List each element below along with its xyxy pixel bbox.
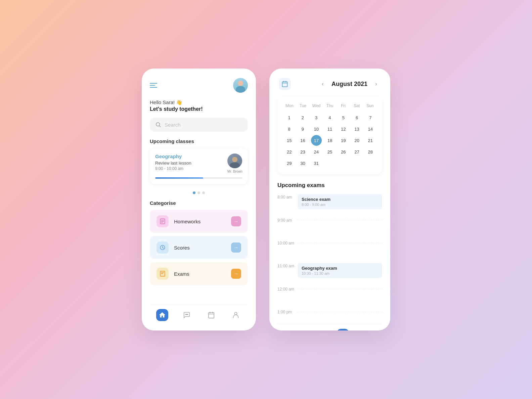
greeting-text: Hello Sara! 👋: [150, 99, 248, 105]
cal-day-11[interactable]: 11: [324, 124, 335, 134]
cal-day-18[interactable]: 18: [324, 135, 335, 146]
cal-day-24[interactable]: 24: [311, 146, 322, 157]
category-left-homeworks: Homeworks: [157, 215, 201, 227]
search-placeholder: Search: [165, 122, 181, 128]
nav2-profile[interactable]: [363, 329, 375, 330]
scores-icon: [157, 241, 169, 254]
month-title: August 2021: [331, 81, 367, 88]
cal-day-1[interactable]: 1: [284, 112, 295, 123]
science-exam-event[interactable]: Science exam 8:00 - 9:00 am: [298, 194, 382, 209]
svg-rect-18: [282, 82, 287, 87]
line-10am: [298, 243, 382, 243]
scores-arrow[interactable]: →: [231, 242, 241, 253]
cal-day-empty: [338, 158, 349, 169]
cal-day-16[interactable]: 16: [297, 135, 308, 146]
class-card[interactable]: Geography Review last lesson 9:00 - 10:0…: [150, 148, 248, 184]
exams-icon: [157, 268, 169, 280]
day-fri: Fri: [337, 102, 350, 109]
category-left-scores: Scores: [157, 241, 190, 254]
homeworks-label: Homeworks: [174, 219, 201, 224]
nav2-home[interactable]: [284, 329, 297, 330]
cal-day-2[interactable]: 2: [297, 112, 308, 123]
cal-day-3[interactable]: 3: [311, 112, 322, 123]
class-subject: Geography: [155, 153, 191, 159]
exams-arrow[interactable]: →: [231, 269, 241, 279]
calendar-grid: Mon Tue Wed Thu Fri Sat Sun 123456789101…: [277, 97, 382, 174]
phone1-card: Hello Sara! 👋 Let's study together! Sear…: [142, 69, 256, 330]
days-header: Mon Tue Wed Thu Fri Sat Sun: [283, 102, 377, 109]
cal-day-7[interactable]: 7: [365, 112, 376, 123]
nav2-calendar[interactable]: [337, 329, 349, 330]
cal-day-10[interactable]: 10: [311, 124, 322, 134]
cal-day-8[interactable]: 8: [284, 124, 295, 134]
cal-day-5[interactable]: 5: [338, 112, 349, 123]
cal-day-30[interactable]: 30: [297, 158, 308, 169]
geography-exam-event[interactable]: Geography exam 10:30 - 11:30 am: [298, 263, 382, 278]
time-11am: 11:00 am: [277, 263, 298, 268]
cal-day-6[interactable]: 6: [352, 112, 362, 123]
cal-day-9[interactable]: 9: [297, 124, 308, 134]
timeline-row-12am: 12:00 am: [277, 286, 382, 301]
avatar[interactable]: [233, 78, 248, 93]
dot-active: [193, 191, 195, 194]
cal-day-17[interactable]: 17: [311, 135, 322, 146]
dots-indicator: [150, 191, 248, 194]
exams-title: Upcoming exams: [277, 182, 382, 189]
time-10am: 10:00 am: [277, 240, 298, 246]
categorise-title: Categorise: [150, 200, 248, 206]
category-scores[interactable]: Scores →: [150, 236, 248, 259]
timeline-row-8am: 8:00 am Science exam 8:00 - 9:00 am: [277, 194, 382, 209]
phone2-card: ‹ August 2021 › Mon Tue Wed Thu Fri Sat …: [269, 69, 390, 330]
category-homeworks[interactable]: Homeworks →: [150, 210, 248, 233]
day-sat: Sat: [350, 102, 363, 109]
next-month-btn[interactable]: ›: [371, 79, 381, 89]
svg-point-10: [185, 314, 186, 315]
timeline: 8:00 am Science exam 8:00 - 9:00 am 9:00…: [277, 194, 382, 324]
cal-day-23[interactable]: 23: [297, 146, 308, 157]
cal-day-4[interactable]: 4: [324, 112, 335, 123]
day-thu: Thu: [323, 102, 337, 109]
nav2-chat[interactable]: [311, 329, 323, 330]
cal-day-12[interactable]: 12: [338, 124, 349, 134]
nav-chat[interactable]: [181, 309, 193, 321]
cal-day-empty: [324, 158, 335, 169]
nav-home[interactable]: [156, 309, 168, 321]
cal-day-empty: [365, 158, 376, 169]
category-exams[interactable]: Exams →: [150, 262, 248, 285]
dot-inactive-1: [197, 191, 200, 194]
geography-exam-time: 10:30 - 11:30 am: [302, 271, 378, 275]
cal-day-27[interactable]: 27: [352, 146, 362, 157]
timeline-row-10am: 10:00 am: [277, 240, 382, 255]
cal-day-19[interactable]: 19: [338, 135, 349, 146]
cal-day-15[interactable]: 15: [284, 135, 295, 146]
svg-line-1: [159, 126, 160, 127]
cal-day-14[interactable]: 14: [365, 124, 376, 134]
cal-day-29[interactable]: 29: [284, 158, 295, 169]
cal-day-25[interactable]: 25: [324, 146, 335, 157]
time-1pm: 1:00 pm: [277, 309, 298, 314]
cal-day-20[interactable]: 20: [352, 135, 362, 146]
homeworks-arrow[interactable]: →: [231, 216, 241, 226]
class-lesson: Review last lesson: [155, 161, 191, 166]
line-12am: [298, 289, 382, 289]
month-nav: ‹ August 2021 ›: [318, 79, 381, 89]
dot-inactive-2: [202, 191, 205, 194]
cal-day-31[interactable]: 31: [311, 158, 322, 169]
progress-fill: [155, 177, 203, 179]
nav-calendar[interactable]: [205, 309, 217, 321]
cal-day-13[interactable]: 13: [352, 124, 362, 134]
cal-day-28[interactable]: 28: [365, 146, 376, 157]
prev-month-btn[interactable]: ‹: [318, 79, 327, 89]
menu-line-2: [150, 85, 155, 86]
search-box[interactable]: Search: [150, 118, 248, 132]
calendar-icon: [279, 78, 291, 90]
time-12am: 12:00 am: [277, 286, 298, 292]
cal-day-21[interactable]: 21: [365, 135, 376, 146]
teacher-avatar: [227, 153, 242, 168]
teacher-block: Mr. Brown: [227, 153, 242, 173]
category-left-exams: Exams: [157, 268, 189, 280]
cal-day-22[interactable]: 22: [284, 146, 295, 157]
nav-profile[interactable]: [230, 309, 242, 321]
cal-day-26[interactable]: 26: [338, 146, 349, 157]
menu-button[interactable]: [150, 83, 157, 88]
